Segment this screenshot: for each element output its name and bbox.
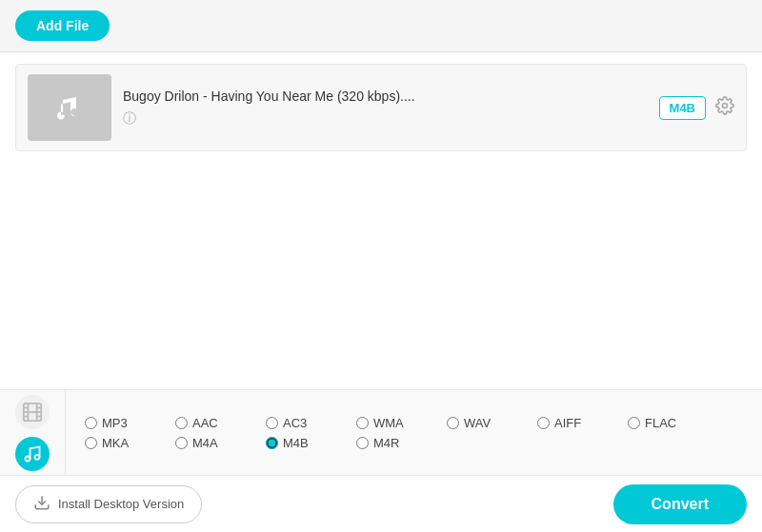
format-selector: MP3 AAC AC3 WMA WAV AIFF F — [0, 389, 762, 475]
format-wav[interactable]: WAV — [447, 416, 518, 430]
svg-point-0 — [723, 103, 728, 108]
action-bar: Install Desktop Version Convert — [0, 475, 762, 532]
radio-mka[interactable] — [85, 437, 97, 449]
file-actions: M4B — [659, 96, 734, 120]
format-mka[interactable]: MKA — [85, 436, 156, 450]
video-tab-icon[interactable] — [15, 395, 50, 429]
format-mp3[interactable]: MP3 — [85, 416, 156, 430]
file-list: Bugoy Drilon - Having You Near Me (320 k… — [0, 52, 762, 366]
film-icon — [22, 402, 43, 423]
format-aiff[interactable]: AIFF — [537, 416, 609, 430]
radio-m4r[interactable] — [356, 437, 369, 449]
music-note-icon — [50, 89, 89, 127]
radio-m4b[interactable] — [266, 437, 278, 449]
toolbar: Add File — [0, 0, 762, 52]
tab-section — [0, 390, 66, 475]
radio-aac[interactable] — [175, 417, 188, 429]
format-row-2: MKA M4A M4B M4R — [85, 436, 743, 450]
file-info: Bugoy Drilon - Having You Near Me (320 k… — [123, 89, 648, 128]
radio-wav[interactable] — [447, 417, 459, 429]
install-desktop-button[interactable]: Install Desktop Version — [15, 485, 202, 523]
convert-button[interactable]: Convert — [613, 484, 747, 524]
radio-wma[interactable] — [356, 417, 369, 429]
format-badge[interactable]: M4B — [659, 96, 706, 120]
format-row-1: MP3 AAC AC3 WMA WAV AIFF F — [85, 416, 743, 430]
radio-mp3[interactable] — [85, 417, 97, 429]
radio-ac3[interactable] — [266, 417, 278, 429]
file-name: Bugoy Drilon - Having You Near Me (320 k… — [123, 89, 648, 104]
info-icon[interactable]: ⓘ — [123, 110, 136, 126]
file-item: Bugoy Drilon - Having You Near Me (320 k… — [15, 64, 747, 151]
radio-m4a[interactable] — [175, 437, 188, 449]
format-m4b[interactable]: M4B — [266, 436, 337, 450]
add-file-button[interactable]: Add File — [15, 10, 110, 41]
format-m4a[interactable]: M4A — [175, 436, 247, 450]
audio-icon — [23, 444, 42, 463]
audio-tab-icon[interactable] — [15, 437, 50, 471]
radio-aiff[interactable] — [537, 417, 550, 429]
format-ac3[interactable]: AC3 — [266, 416, 337, 430]
gear-icon — [715, 96, 734, 115]
download-icon — [33, 494, 50, 515]
svg-point-10 — [35, 454, 40, 459]
format-options: MP3 AAC AC3 WMA WAV AIFF F — [66, 406, 762, 460]
format-aac[interactable]: AAC — [175, 416, 247, 430]
svg-point-9 — [26, 456, 30, 461]
radio-flac[interactable] — [628, 417, 640, 429]
download-svg — [33, 494, 50, 511]
format-m4r[interactable]: M4R — [356, 436, 428, 450]
format-wma[interactable]: WMA — [356, 416, 428, 430]
settings-button[interactable] — [715, 96, 734, 120]
bottom-panel: MP3 AAC AC3 WMA WAV AIFF F — [0, 389, 762, 532]
format-flac[interactable]: FLAC — [628, 416, 699, 430]
file-thumbnail — [28, 74, 111, 141]
install-label: Install Desktop Version — [58, 497, 184, 511]
